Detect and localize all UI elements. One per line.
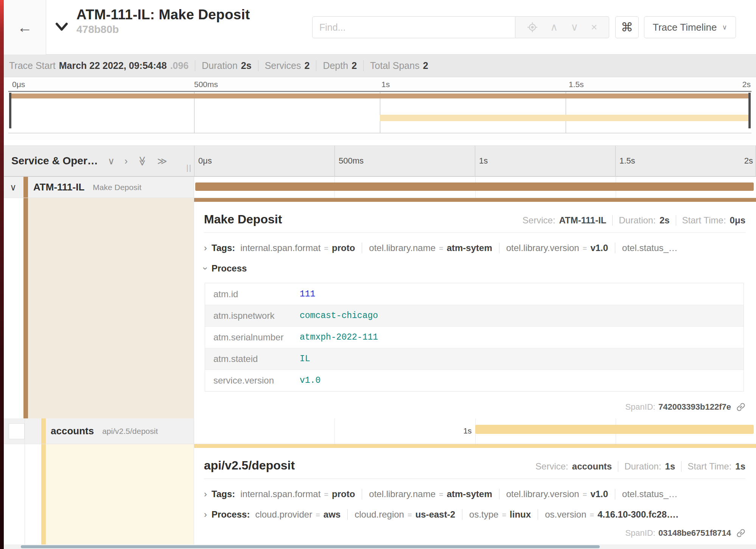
tag-pair: otel.library.version=v1.0 — [499, 489, 615, 499]
span-id-row: SpanID: 742003393b122f7e — [204, 402, 745, 420]
minimap-canvas[interactable] — [8, 91, 751, 133]
tick-label: 500ms — [335, 156, 364, 166]
services-summary: Services 2 — [258, 60, 316, 71]
process-pair: cloud.region=us-east-2 — [347, 509, 462, 520]
column-resize-handle[interactable]: || — [187, 164, 192, 172]
minimap-span-bar-atm — [10, 94, 750, 98]
tick-label: 500ms — [194, 80, 218, 89]
tag-pair: otel.library.version=v1.0 — [499, 243, 615, 253]
detail-accent-bar — [194, 198, 756, 202]
span-name-cell[interactable]: ∨ ATM-111-IL Make Deposit — [4, 177, 194, 198]
tick-label: 1s — [381, 80, 390, 89]
link-icon — [736, 402, 745, 412]
trace-start-label: Trace Start — [9, 60, 56, 71]
span-detail-meta: Service:accounts Duration:1s Start Time:… — [529, 461, 745, 472]
service-name: ATM-111-IL — [33, 181, 84, 193]
minimap-right-handle[interactable] — [748, 93, 751, 128]
back-arrow-icon: ← — [17, 19, 33, 36]
find-toolbar: ∧ ∨ × — [515, 16, 609, 38]
collapse-all-button[interactable]: ≫ — [138, 156, 147, 166]
copy-link-button[interactable] — [736, 529, 745, 538]
desktop-background-strip — [0, 0, 4, 549]
timeline-ruler: 0μs 500ms 1s 1.5s 2s — [194, 146, 756, 176]
tag-pair: internal.span.format=proto — [240, 489, 362, 499]
span-row-accounts[interactable]: accounts api/v2.5/deposit 1s — [4, 418, 756, 444]
collapse-one-button[interactable]: ∨ — [108, 156, 115, 166]
process-label: Process — [212, 263, 247, 274]
process-section[interactable]: › Process — [204, 263, 745, 274]
span-row-atm[interactable]: ∨ ATM-111-IL Make Deposit — [4, 177, 756, 198]
focus-span-button[interactable] — [527, 22, 538, 33]
chevron-down-icon — [54, 21, 69, 33]
chevron-down-icon: ∨ — [571, 22, 579, 33]
ruler-cell: 1s — [475, 146, 616, 176]
tag-pair: otel.library.name=atm-sytem — [362, 489, 499, 499]
span-timeline-cell[interactable]: 1s — [194, 418, 756, 444]
process-section[interactable]: › Process: cloud.provider=aws cloud.regi… — [204, 509, 745, 520]
tree-guide-line — [25, 444, 25, 547]
span-bar-accounts[interactable] — [475, 425, 754, 434]
trace-start-summary: Trace Start March 22 2022, 09:54:48.096 — [9, 60, 195, 71]
minimap-ticks: 0μs 500ms 1s 1.5s 2s — [4, 77, 756, 91]
process-label: Process: — [212, 509, 250, 520]
span-detail-row-accounts: api/v2.5/deposit Service:accounts Durati… — [4, 444, 756, 547]
process-pair: os.version=4.16.10-300.fc28…. — [538, 509, 685, 520]
crosshair-icon — [527, 22, 538, 33]
collapse-span-chevron[interactable]: ∨ — [10, 182, 17, 193]
span-timeline-cell[interactable] — [194, 177, 756, 198]
tags-section[interactable]: › Tags: internal.span.format=proto otel.… — [204, 243, 745, 253]
double-chevron-right-icon: ≫ — [157, 156, 167, 166]
service-name: accounts — [51, 425, 94, 437]
trace-page: ← ATM-111-IL: Make Deposit 478b80b — [4, 0, 756, 549]
trace-view-dropdown[interactable]: Trace Timeline ∨ — [644, 16, 736, 38]
trace-title-block: ATM-111-IL: Make Deposit 478b80b — [76, 7, 250, 36]
keyboard-shortcuts-button[interactable]: ⌘ — [615, 16, 639, 38]
find-clear-button[interactable]: × — [591, 22, 597, 33]
horizontal-scrollbar[interactable] — [21, 545, 600, 548]
service-operation-header: Service & Oper… ∨ › ≫ ≫ || — [4, 146, 194, 176]
span-id-value: 03148be6751f8714 — [658, 528, 731, 538]
table-row: atm.ispnetwork comcast-chicago — [205, 305, 744, 326]
minimap-left-handle[interactable] — [9, 93, 11, 128]
duration-summary: Duration 2s — [195, 60, 258, 71]
expand-one-button[interactable]: › — [124, 156, 128, 166]
find-input[interactable] — [312, 16, 515, 38]
chevron-right-icon: › — [204, 489, 207, 499]
find-next-button[interactable]: ∨ — [571, 22, 579, 33]
span-duration-label: 1s — [463, 426, 471, 435]
process-pair: os.type=linux — [462, 509, 538, 520]
trace-minimap: 0μs 500ms 1s 1.5s 2s — [4, 77, 756, 140]
tag-pair: otel.status_… — [615, 243, 684, 253]
divider — [204, 232, 745, 233]
span-id-label: SpanID: — [625, 402, 655, 412]
service-color-bar — [23, 177, 28, 198]
span-name-cell[interactable]: accounts api/v2.5/deposit — [4, 418, 194, 444]
find-prev-button[interactable]: ∧ — [550, 22, 558, 33]
back-button[interactable]: ← — [4, 0, 46, 55]
span-detail-panel: api/v2.5/deposit Service:accounts Durati… — [194, 444, 756, 547]
span-detail-meta: Service:ATM-111-IL Duration:2s Start Tim… — [516, 215, 745, 226]
ruler-cell: 0μs — [194, 146, 335, 176]
trace-summary-bar: Trace Start March 22 2022, 09:54:48.096 … — [4, 55, 756, 77]
trace-header: ← ATM-111-IL: Make Deposit 478b80b — [4, 0, 756, 55]
tag-pair: internal.span.format=proto — [240, 243, 362, 253]
span-detail-panel: Make Deposit Service:ATM-111-IL Duration… — [194, 198, 756, 418]
jaeger-trace-view: ← ATM-111-IL: Make Deposit 478b80b — [0, 0, 756, 549]
table-row: atm.serialnumber atmxph-2022-111 — [205, 326, 744, 348]
span-bar-atm[interactable] — [195, 182, 754, 191]
span-detail-title: Make Deposit — [204, 212, 282, 226]
span-detail-title: api/v2.5/deposit — [204, 459, 295, 473]
total-spans-summary: Total Spans 2 — [363, 60, 435, 71]
copy-link-button[interactable] — [736, 402, 745, 412]
detail-indent-column — [4, 198, 194, 418]
chevron-down-icon: ∨ — [722, 23, 727, 31]
collapse-trace-chevron[interactable] — [54, 21, 69, 34]
process-pair: cloud.provider=aws — [255, 509, 347, 520]
detail-tint — [46, 444, 194, 547]
process-kv-table: atm.id 111 atm.ispnetwork comcast-chicag… — [205, 283, 744, 391]
timeline-gridline — [334, 418, 335, 444]
table-row: atm.stateid IL — [205, 348, 744, 370]
tick-label: 1s — [475, 156, 488, 166]
expand-all-button[interactable]: ≫ — [157, 156, 167, 166]
tags-section[interactable]: › Tags: internal.span.format=proto otel.… — [204, 489, 745, 499]
